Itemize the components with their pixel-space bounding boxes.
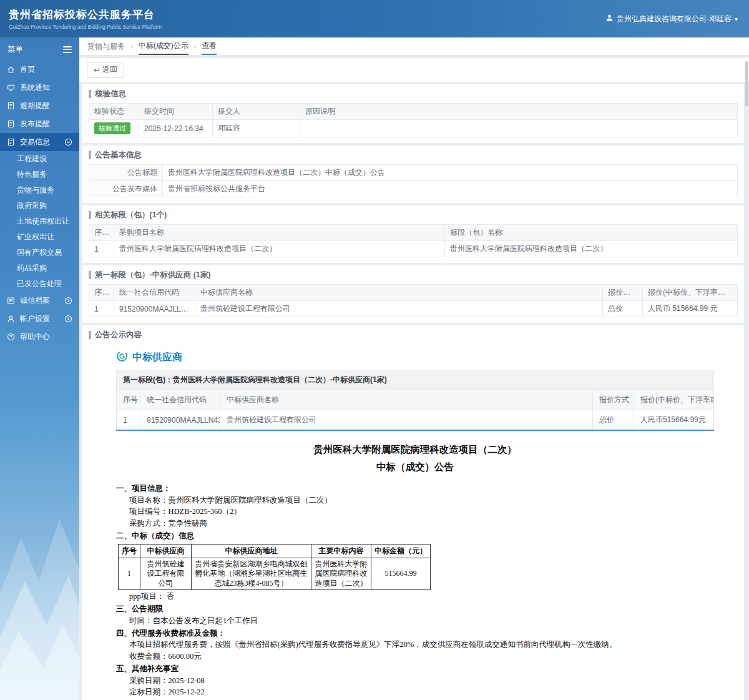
sidebar-item-credit-archive[interactable]: 诚信档案: [0, 292, 79, 310]
sidebar-item-label: 诚信档案: [20, 295, 59, 306]
doc-heading: 五、其他补充事宜: [116, 664, 714, 675]
doc-heading: 一、项目信息：: [116, 483, 714, 495]
sidebar-subitem-land-use[interactable]: 土地使用权出让: [0, 214, 79, 229]
breadcrumb-item-goods-services[interactable]: 货物与服务: [87, 37, 125, 55]
doc-line: 项目名称：贵州医科大学附属医院病理科改造项目（二次）: [116, 495, 714, 506]
table-cell: 贵州省贵安新区湖潮乡电商城双创孵化基地（湖潮乡星湖社区电商生态城23栋3楼4-0…: [192, 558, 311, 590]
table-cell: 邓廷容: [213, 120, 300, 137]
status-badge: 核验通过: [94, 122, 130, 134]
award-supplier-icon: [116, 350, 128, 364]
table-row: 公告发布媒体 贵州省招标投标公共服务平台: [89, 181, 738, 197]
announcement-document: 贵州医科大学附属医院病理科改造项目（二次） 中标（成交）公告 一、项目信息： 项…: [116, 441, 714, 700]
table-row: 1 91520900MAAJLLN431 贵州筑砼建设工程有限公司 总价 人民币…: [117, 410, 714, 431]
notice-info-table: 公告标题 贵州医科大学附属医院病理科改造项目（二次）中标（成交）公告 公告发布媒…: [89, 164, 738, 197]
sidebar-subitem-drug-procurement[interactable]: 药品采购: [0, 260, 79, 276]
table-cell: 91520900MAAJLLN431: [140, 410, 220, 431]
table-cell: 1: [89, 301, 114, 317]
sidebar-item-label: 帮助中心: [20, 332, 50, 342]
winning-supplier-table: 序号 统一社会信用代码 中标供应商名称 报价方式 报价(中标价、下浮率或费率) …: [89, 284, 738, 317]
question-circle-icon: [7, 333, 15, 341]
sidebar: 菜单 首页 系统通知 逾期提醒 发布提醒: [0, 37, 79, 700]
sidebar-item-system-notice[interactable]: 系统通知: [0, 79, 79, 97]
column-header: 报价(中标价、下浮率或费率): [643, 285, 738, 301]
lot-title-bar: 第一标段(包)：贵州医科大学附属医院病理科改造项目（二次）-中标供应商(1家): [116, 370, 714, 390]
sidebar-subitem-engineering[interactable]: 工程建设: [0, 151, 79, 167]
table-header-row: 核验状态 提交时间 提交人 原因说明: [89, 104, 738, 120]
document-title-line1: 贵州医科大学附属医院病理科改造项目（二次）: [116, 441, 714, 458]
table-cell: 1: [119, 558, 140, 590]
main-area: 货物与服务 › 中标(成交)公示 › 查看 ↩ 返回 核验信息: [79, 37, 749, 700]
sidebar-item-label: 首页: [20, 64, 35, 75]
table-row: 公告标题 贵州医科大学附属医院病理科改造项目（二次）中标（成交）公告: [89, 165, 738, 181]
sidebar-item-label: 逾期提醒: [20, 101, 50, 111]
table-cell: 总价: [593, 410, 634, 431]
table-cell: 贵州筑砼建设工程有限公司: [140, 558, 192, 590]
field-value: 贵州省招标投标公共服务平台: [163, 181, 738, 197]
column-header: 中标金额（元）: [371, 544, 431, 558]
breadcrumb-separator: ›: [130, 37, 133, 55]
sidebar-subitem-goods-services[interactable]: 货物与服务: [0, 182, 79, 198]
award-info-table: 序号 中标供应商 中标供应商地址 主要中标内容 中标金额（元） 1 贵州筑砼建设…: [118, 544, 431, 591]
section-title: 公告公示内容: [89, 328, 738, 344]
public-notice-body: 中标供应商 第一标段(包)：贵州医科大学附属医院病理科改造项目（二次）-中标供应…: [89, 344, 738, 700]
top-header: 贵州省招标投标公共服务平台 GuiZhou Province Tendering…: [0, 0, 749, 37]
scrollbar-thumb[interactable]: [745, 61, 748, 106]
sidebar-item-trade-info[interactable]: 交易信息: [0, 133, 79, 151]
column-header: 序号: [89, 225, 114, 241]
column-header: 核验状态: [89, 104, 139, 120]
sidebar-item-label: 交易信息: [20, 137, 59, 147]
table-header-row: 序号 中标供应商 中标供应商地址 主要中标内容 中标金额（元）: [119, 544, 431, 558]
sidebar-subitem-mining-rights[interactable]: 矿业权出让: [0, 229, 79, 245]
doc-line: 采购日期：2025-12-08: [116, 676, 714, 687]
breadcrumb-item-view[interactable]: 查看: [202, 37, 217, 55]
hamburger-menu-icon[interactable]: [63, 46, 72, 53]
sidebar-subitem-special-service[interactable]: 特色服务: [0, 167, 79, 182]
document-icon: [7, 120, 15, 128]
breadcrumb-separator: ›: [194, 37, 197, 55]
column-header: 统一社会信用代码: [140, 390, 220, 410]
sidebar-subitem-gov-procurement[interactable]: 政府采购: [0, 198, 79, 214]
app-title: 贵州省招标投标公共服务平台: [9, 7, 162, 22]
home-icon: [7, 66, 15, 74]
back-button[interactable]: ↩ 返回: [87, 62, 124, 78]
table-cell: 贵州筑砼建设工程有限公司: [195, 301, 603, 317]
column-header: 中标供应商地址: [192, 544, 311, 558]
table-cell: 总价: [603, 301, 643, 317]
column-header: 报价方式: [593, 390, 634, 410]
verification-table: 核验状态 提交时间 提交人 原因说明 核验通过 2025-12-22 16:34…: [89, 103, 738, 137]
field-value: 贵州医科大学附属医院病理科改造项目（二次）中标（成交）公告: [163, 165, 738, 181]
sidebar-item-label: 系统通知: [20, 82, 50, 93]
public-supplier-table: 序号 统一社会信用代码 中标供应商名称 报价方式 报价(中标价、下浮率或费率) …: [116, 390, 714, 431]
table-header-row: 序号 采购项目名称 标段（包）名称: [89, 225, 738, 241]
chevron-right-circle-icon: [64, 315, 72, 323]
sidebar-item-overdue-reminder[interactable]: 逾期提醒: [0, 97, 79, 115]
table-cell: 人民币515664.99元: [634, 410, 714, 431]
column-header: 序号: [117, 390, 140, 410]
sidebar-item-help-center[interactable]: 帮助中心: [0, 328, 79, 346]
table-cell: 贵州医科大学附属医院病理科改造项目（二次）: [311, 558, 371, 590]
sidebar-item-publish-reminder[interactable]: 发布提醒: [0, 115, 79, 133]
user-icon: [605, 14, 614, 24]
document-icon: [7, 102, 15, 110]
table-row: 1 91520900MAAJLLN431 贵州筑砼建设工程有限公司 总价 人民币…: [89, 301, 738, 317]
winning-supplier-header: 中标供应商: [116, 345, 714, 370]
app-subtitle: GuiZhou Province Tendering and Bidding P…: [9, 24, 162, 30]
table-cell: 1: [89, 241, 114, 257]
column-header: 提交时间: [139, 104, 213, 120]
sidebar-item-account-settings[interactable]: 帐户设置: [0, 310, 79, 328]
table-cell: 人民币 515664.99 元: [643, 301, 738, 317]
toolbar: ↩ 返回: [79, 58, 749, 82]
field-label: 公告标题: [89, 165, 163, 181]
sidebar-item-home[interactable]: 首页: [0, 61, 79, 79]
doc-line: 时间：自本公告发布之日起1个工作日: [116, 616, 714, 627]
sidebar-subitem-state-property[interactable]: 国有产权交易: [0, 245, 79, 260]
breadcrumb-item-award-publicity[interactable]: 中标(成交)公示: [139, 37, 188, 55]
back-button-label: 返回: [102, 64, 117, 75]
sidebar-item-label: 帐户设置: [20, 313, 59, 324]
chevron-down-circle-icon: [64, 138, 72, 146]
user-menu[interactable]: 贵州弘典建设咨询有限公司-邓廷容 ▾: [605, 14, 738, 24]
column-header: 主要中标内容: [311, 544, 371, 558]
doc-line: 采购方式：竞争性磋商: [116, 518, 714, 530]
related-lots-table: 序号 采购项目名称 标段（包）名称 1 贵州医科大学附属医院病理科改造项目（二次…: [89, 224, 738, 257]
sidebar-subitem-published-notices[interactable]: 已发公告处理: [0, 276, 79, 292]
